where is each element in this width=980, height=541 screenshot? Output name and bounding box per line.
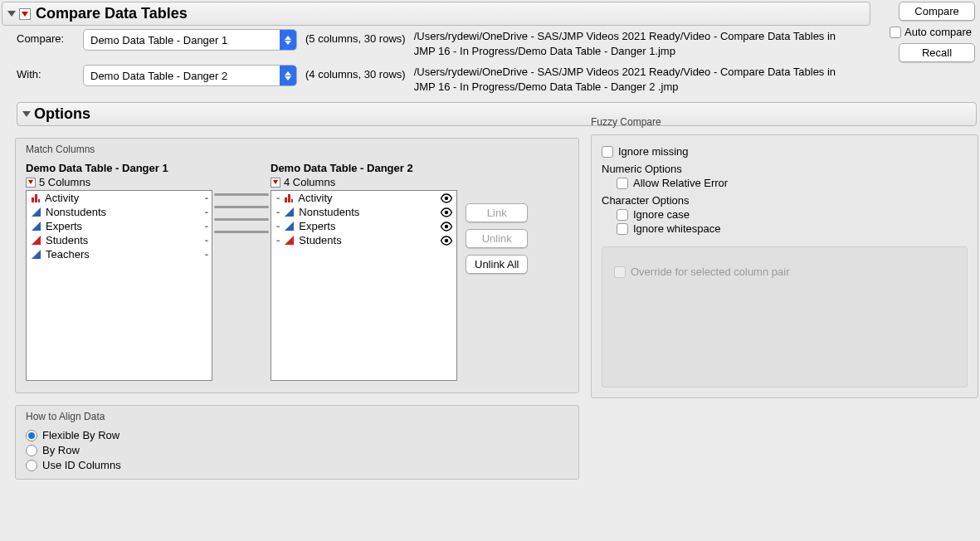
column-label: Teachers [46,248,90,261]
dash-icon: - [205,192,208,204]
allow-relative-checkbox[interactable] [617,178,628,189]
dash-icon: - [276,234,280,246]
left-column-list[interactable]: Activity-Nonstudents-Experts-Students-Te… [26,190,212,381]
align-title: How to Align Data [26,411,568,422]
red-triangle-menu-icon[interactable] [26,178,36,188]
link-button[interactable]: Link [466,203,528,222]
radio-use-id[interactable] [26,460,37,471]
fuzzy-panel: Ignore missing Numeric Options Allow Rel… [591,134,978,398]
radio-use-id-label: Use ID Columns [42,459,121,471]
unlink-button[interactable]: Unlink [466,229,528,248]
stepper-icon [280,30,296,50]
column-label: Activity [298,192,332,204]
unlink-all-button[interactable]: Unlink All [466,255,528,274]
radio-flexible-label: Flexible By Row [42,429,119,441]
main-header: Compare Data Tables [2,2,870,26]
continuous-icon [285,207,294,217]
auto-compare-checkbox[interactable] [890,27,901,38]
ignore-ws-label: Ignore whitespace [633,222,721,235]
link-line-icon [214,193,269,196]
column-label: Experts [299,220,335,232]
list-item[interactable]: Teachers- [27,247,212,261]
left-table-name: Demo Data Table - Danger 1 [26,162,212,174]
override-panel: Override for selected column pair [602,246,968,387]
compare-label: Compare: [17,29,75,45]
dash-icon: - [276,206,280,218]
list-item[interactable]: Experts- [27,219,212,233]
continuous-icon [285,222,294,231]
bar-chart-icon [285,193,293,202]
bar-chart-icon [32,193,40,202]
link-line-icon [214,206,269,208]
continuous-icon [32,236,41,245]
compare-path: /Users/rydewi/OneDrive - SAS/JMP Videos … [414,29,837,58]
column-label: Nonstudents [299,206,359,218]
column-label: Students [299,234,341,246]
ignore-missing-checkbox[interactable] [602,146,613,158]
list-item[interactable]: Students- [27,233,212,247]
disclosure-triangle-icon[interactable] [22,111,31,117]
match-columns-panel: Match Columns Demo Data Table - Danger 1… [15,138,579,393]
override-label: Override for selected column pair [631,266,789,278]
continuous-icon [32,222,41,231]
radio-by-row-label: By Row [42,444,80,456]
link-connectors [212,162,271,233]
red-triangle-menu-icon[interactable] [19,8,31,20]
svg-point-0 [445,196,448,199]
column-label: Students [46,234,88,246]
svg-point-1 [445,210,448,213]
continuous-icon [32,207,41,217]
column-label: Nonstudents [46,206,106,218]
list-item[interactable]: -Nonstudents [271,205,456,219]
dash-icon: - [276,220,280,232]
right-table-name: Demo Data Table - Danger 2 [271,162,457,174]
left-col-count: 5 Columns [39,176,90,188]
continuous-icon [285,236,294,245]
list-item[interactable]: Nonstudents- [27,205,212,219]
ignore-case-label: Ignore case [633,208,690,221]
radio-by-row[interactable] [26,445,37,456]
options-title: Options [34,105,90,123]
character-options-label: Character Options [602,194,968,207]
svg-point-2 [445,224,448,227]
with-dropdown-text: Demo Data Table - Danger 2 [84,70,280,82]
list-item[interactable]: Activity- [27,191,212,205]
list-item[interactable]: -Experts [271,219,456,233]
dash-icon: - [205,234,208,246]
link-line-icon [214,231,269,233]
radio-flexible-by-row[interactable] [26,430,37,441]
with-label: With: [17,65,75,80]
disclosure-triangle-icon[interactable] [7,11,16,17]
right-column-list[interactable]: -Activity-Nonstudents-Experts-Students [271,190,457,381]
recall-button[interactable]: Recall [899,43,975,62]
match-columns-label: Match Columns [26,144,568,155]
compare-dropdown-text: Demo Data Table - Danger 1 [84,34,280,46]
with-dropdown[interactable]: Demo Data Table - Danger 2 [83,65,297,86]
page-title: Compare Data Tables [36,5,188,22]
allow-relative-label: Allow Relative Error [633,177,728,189]
align-panel: How to Align Data Flexible By Row By Row… [15,405,579,480]
ignore-case-checkbox[interactable] [617,209,628,221]
list-item[interactable]: -Activity [271,191,456,205]
red-triangle-menu-icon[interactable] [271,178,280,188]
dash-icon: - [205,206,208,218]
right-col-count: 4 Columns [284,176,335,188]
compare-dropdown[interactable]: Demo Data Table - Danger 1 [83,29,297,51]
list-item[interactable]: -Students [271,233,456,247]
dash-icon: - [205,248,208,261]
svg-point-3 [445,238,448,241]
eye-icon [440,207,453,217]
column-label: Activity [45,192,79,204]
ignore-missing-label: Ignore missing [618,145,689,158]
auto-compare-label: Auto compare [904,26,972,38]
stepper-icon [280,66,296,85]
ignore-ws-checkbox[interactable] [617,223,628,235]
compare-summary: (5 columns, 30 rows) [305,29,406,45]
dash-icon: - [276,192,280,204]
compare-button[interactable]: Compare [899,2,975,21]
continuous-icon [32,250,41,259]
column-label: Experts [46,220,82,232]
eye-icon [440,193,453,203]
with-summary: (4 columns, 30 rows) [305,65,406,80]
eye-icon [440,236,453,246]
